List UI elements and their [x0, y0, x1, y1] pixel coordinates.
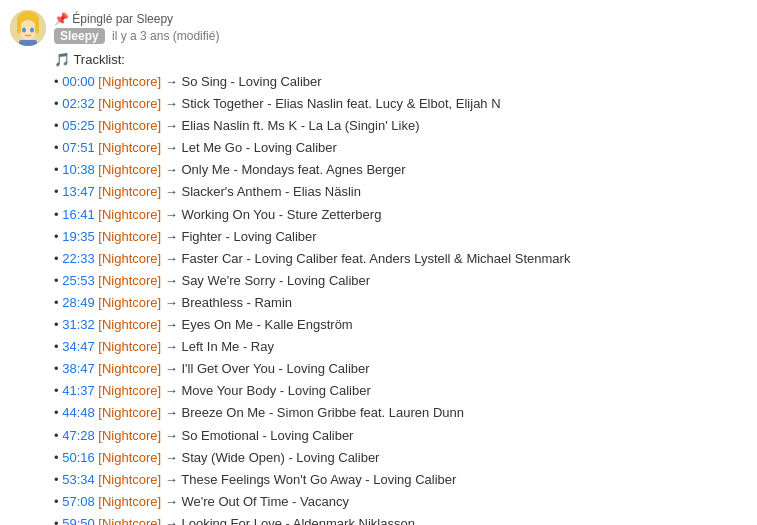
track-item: • 28:49 [Nightcore] → Breathless - Ramin	[54, 292, 747, 314]
timestamp[interactable]: 38:47	[62, 361, 95, 376]
nightcore-label: [Nightcore]	[98, 273, 161, 288]
timestamp[interactable]: 10:38	[62, 162, 95, 177]
svg-point-5	[22, 28, 26, 33]
track-name: Eyes On Me - Kalle Engström	[181, 317, 352, 332]
track-name: So Emotional - Loving Caliber	[181, 428, 353, 443]
nightcore-label: [Nightcore]	[98, 339, 161, 354]
svg-point-2	[19, 20, 37, 40]
nightcore-label: [Nightcore]	[98, 472, 161, 487]
timestamp[interactable]: 53:34	[62, 472, 95, 487]
track-name: Working On You - Sture Zetterberg	[181, 207, 381, 222]
tracklist-title: 🎵 Tracklist:	[54, 52, 747, 67]
timestamp[interactable]: 25:53	[62, 273, 95, 288]
timestamp[interactable]: 07:51	[62, 140, 95, 155]
track-item: • 00:00 [Nightcore] → So Sing - Loving C…	[54, 71, 747, 93]
track-name: Left In Me - Ray	[181, 339, 273, 354]
nightcore-label: [Nightcore]	[98, 251, 161, 266]
timestamp[interactable]: 22:33	[62, 251, 95, 266]
nightcore-label: [Nightcore]	[98, 96, 161, 111]
timestamp[interactable]: 47:28	[62, 428, 95, 443]
track-name: Breeze On Me - Simon Gribbe feat. Lauren…	[181, 405, 464, 420]
nightcore-label: [Nightcore]	[98, 383, 161, 398]
bullet: •	[54, 405, 62, 420]
track-item: • 13:47 [Nightcore] → Slacker's Anthem -…	[54, 181, 747, 203]
track-name: Only Me - Mondays feat. Agnes Berger	[181, 162, 405, 177]
track-name: Slacker's Anthem - Elias Näslin	[181, 184, 361, 199]
avatar	[10, 10, 46, 46]
track-item: • 02:32 [Nightcore] → Stick Together - E…	[54, 93, 747, 115]
track-item: • 10:38 [Nightcore] → Only Me - Mondays …	[54, 159, 747, 181]
bullet: •	[54, 339, 62, 354]
track-name: Stick Together - Elias Naslin feat. Lucy…	[181, 96, 500, 111]
track-item: • 31:32 [Nightcore] → Eyes On Me - Kalle…	[54, 314, 747, 336]
pin-meta: Sleepy il y a 3 ans (modifié)	[54, 28, 219, 44]
svg-rect-4	[35, 20, 39, 34]
timestamp[interactable]: 16:41	[62, 207, 95, 222]
timestamp[interactable]: 44:48	[62, 405, 95, 420]
bullet: •	[54, 96, 62, 111]
track-item: • 22:33 [Nightcore] → Faster Car - Lovin…	[54, 248, 747, 270]
content: 🎵 Tracklist: • 00:00 [Nightcore] → So Si…	[54, 52, 747, 525]
track-name: Elias Naslin ft. Ms K - La La (Singin' L…	[181, 118, 419, 133]
nightcore-label: [Nightcore]	[98, 162, 161, 177]
bullet: •	[54, 494, 62, 509]
bullet: •	[54, 516, 62, 525]
track-name: Looking For Love - Aldenmark Niklasson	[181, 516, 414, 525]
timestamp[interactable]: 50:16	[62, 450, 95, 465]
timestamp[interactable]: 57:08	[62, 494, 95, 509]
timestamp[interactable]: 28:49	[62, 295, 95, 310]
track-item: • 59:50 [Nightcore] → Looking For Love -…	[54, 513, 747, 525]
timestamp[interactable]: 34:47	[62, 339, 95, 354]
bullet: •	[54, 383, 62, 398]
nightcore-label: [Nightcore]	[98, 494, 161, 509]
nightcore-label: [Nightcore]	[98, 207, 161, 222]
bullet: •	[54, 295, 62, 310]
bullet: •	[54, 74, 62, 89]
timestamp[interactable]: 00:00	[62, 74, 95, 89]
timestamp[interactable]: 19:35	[62, 229, 95, 244]
timestamp[interactable]: 41:37	[62, 383, 95, 398]
nightcore-label: [Nightcore]	[98, 405, 161, 420]
bullet: •	[54, 361, 62, 376]
nightcore-label: [Nightcore]	[98, 361, 161, 376]
pin-header: 📌 Épinglé par Sleepy Sleepy il y a 3 ans…	[10, 10, 747, 46]
track-list: • 00:00 [Nightcore] → So Sing - Loving C…	[54, 71, 747, 525]
track-item: • 50:16 [Nightcore] → Stay (Wide Open) -…	[54, 447, 747, 469]
track-item: • 05:25 [Nightcore] → Elias Naslin ft. M…	[54, 115, 747, 137]
svg-point-6	[30, 28, 34, 33]
timestamp[interactable]: 02:32	[62, 96, 95, 111]
track-item: • 38:47 [Nightcore] → I'll Get Over You …	[54, 358, 747, 380]
svg-rect-7	[19, 40, 37, 46]
nightcore-label: [Nightcore]	[98, 118, 161, 133]
timestamp[interactable]: 13:47	[62, 184, 95, 199]
track-item: • 25:53 [Nightcore] → Say We're Sorry - …	[54, 270, 747, 292]
track-name: I'll Get Over You - Loving Caliber	[181, 361, 369, 376]
bullet: •	[54, 207, 62, 222]
timestamp[interactable]: 31:32	[62, 317, 95, 332]
bullet: •	[54, 162, 62, 177]
bullet: •	[54, 251, 62, 266]
nightcore-label: [Nightcore]	[98, 184, 161, 199]
track-name: Fighter - Loving Caliber	[181, 229, 316, 244]
timestamp[interactable]: 59:50	[62, 516, 95, 525]
bullet: •	[54, 317, 62, 332]
nightcore-label: [Nightcore]	[98, 74, 161, 89]
track-item: • 57:08 [Nightcore] → We're Out Of Time …	[54, 491, 747, 513]
nightcore-label: [Nightcore]	[98, 428, 161, 443]
bullet: •	[54, 184, 62, 199]
track-name: Say We're Sorry - Loving Caliber	[181, 273, 370, 288]
timestamp[interactable]: 05:25	[62, 118, 95, 133]
track-name: Move Your Body - Loving Caliber	[181, 383, 370, 398]
bullet: •	[54, 428, 62, 443]
track-item: • 16:41 [Nightcore] → Working On You - S…	[54, 204, 747, 226]
nightcore-label: [Nightcore]	[98, 295, 161, 310]
user-badge[interactable]: Sleepy	[54, 28, 105, 44]
track-name: We're Out Of Time - Vacancy	[181, 494, 348, 509]
bullet: •	[54, 472, 62, 487]
pin-info: 📌 Épinglé par Sleepy Sleepy il y a 3 ans…	[54, 12, 219, 44]
bullet: •	[54, 140, 62, 155]
bullet: •	[54, 450, 62, 465]
svg-rect-3	[17, 20, 21, 34]
nightcore-label: [Nightcore]	[98, 516, 161, 525]
pin-label: 📌 Épinglé par Sleepy	[54, 12, 219, 26]
